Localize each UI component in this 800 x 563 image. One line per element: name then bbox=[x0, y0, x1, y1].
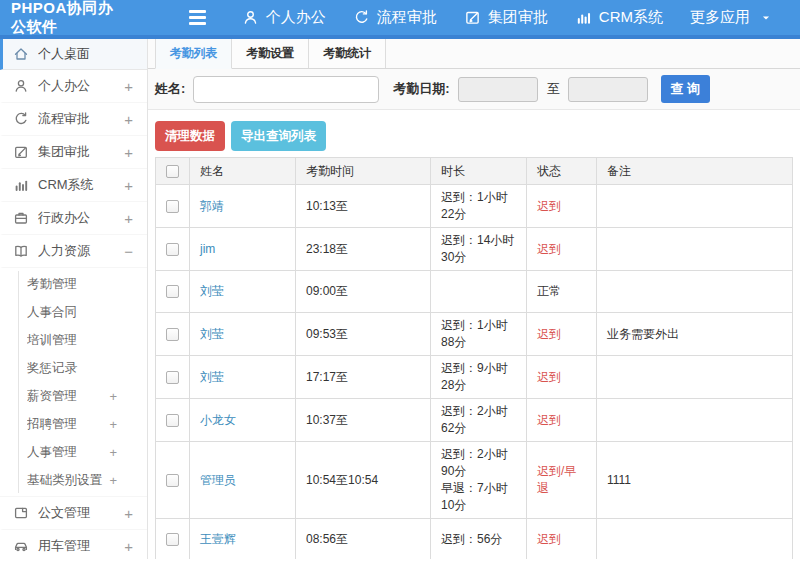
employee-name-link[interactable]: 刘莹 bbox=[200, 370, 224, 384]
sidebar-item-label: 人力资源 bbox=[38, 242, 120, 260]
sidebar-item-hr[interactable]: 人力资源− bbox=[0, 235, 147, 268]
topnav-item-more-apps[interactable]: 更多应用 bbox=[690, 8, 773, 27]
row-checkbox[interactable] bbox=[166, 285, 179, 298]
sidebar-subitem-training-mgmt[interactable]: 培训管理 bbox=[0, 326, 147, 354]
date-to-input[interactable] bbox=[568, 77, 648, 102]
row-checkbox[interactable] bbox=[166, 328, 179, 341]
sidebar-item-label: 用车管理 bbox=[38, 537, 120, 555]
caret-down-icon bbox=[759, 11, 773, 25]
row-checkbox-cell bbox=[156, 356, 190, 399]
employee-name-link[interactable]: 刘莹 bbox=[200, 327, 224, 341]
clear-data-button[interactable]: 清理数据 bbox=[155, 121, 225, 151]
cell-remark bbox=[597, 185, 793, 228]
sidebar-item-admin-office[interactable]: 行政办公+ bbox=[0, 202, 147, 235]
row-checkbox[interactable] bbox=[166, 533, 179, 546]
expand-icon[interactable]: + bbox=[124, 145, 133, 160]
cell-status: 迟到/早退 bbox=[527, 442, 597, 519]
sidebar-subitem-base-category[interactable]: 基础类别设置+ bbox=[0, 466, 147, 494]
expand-icon[interactable]: + bbox=[124, 211, 133, 226]
row-checkbox-cell bbox=[156, 442, 190, 519]
expand-icon[interactable]: + bbox=[124, 112, 133, 127]
topnav-item-crm[interactable]: CRM系统 bbox=[575, 8, 663, 27]
sidebar-item-vehicle-mgmt[interactable]: 用车管理+ bbox=[0, 530, 147, 559]
employee-name-link[interactable]: jim bbox=[200, 242, 215, 256]
collapse-icon[interactable]: − bbox=[124, 244, 133, 259]
user-icon bbox=[242, 9, 259, 26]
sidebar-subitem-hr-contract[interactable]: 人事合同 bbox=[0, 298, 147, 326]
cell-name: 郭靖 bbox=[190, 185, 296, 228]
employee-name-link[interactable]: 管理员 bbox=[200, 473, 236, 487]
expand-icon[interactable]: + bbox=[124, 178, 133, 193]
row-checkbox[interactable] bbox=[166, 200, 179, 213]
cell-attendance-time: 09:53至 bbox=[296, 313, 431, 356]
sidebar-item-personal-office[interactable]: 个人办公+ bbox=[0, 70, 147, 103]
search-button[interactable]: 查 询 bbox=[661, 75, 710, 103]
edit-square-icon bbox=[13, 144, 29, 160]
expand-icon[interactable]: + bbox=[109, 390, 117, 403]
sidebar-item-label: 集团审批 bbox=[38, 143, 120, 161]
expand-icon[interactable]: + bbox=[124, 506, 133, 521]
export-list-button[interactable]: 导出查询列表 bbox=[231, 121, 326, 151]
row-checkbox[interactable] bbox=[166, 371, 179, 384]
expand-icon[interactable]: + bbox=[109, 474, 117, 487]
topnav-item-label: 集团审批 bbox=[488, 8, 548, 27]
date-to-label: 至 bbox=[547, 80, 560, 98]
row-checkbox-cell bbox=[156, 271, 190, 313]
sidebar-subitem-recruit-mgmt[interactable]: 招聘管理+ bbox=[0, 410, 147, 438]
sidebar-item-label: 公文管理 bbox=[38, 504, 120, 522]
cell-duration: 迟到：14小时30分 bbox=[431, 228, 527, 271]
process-arrow-icon bbox=[13, 111, 29, 127]
row-checkbox[interactable] bbox=[166, 474, 179, 487]
table-row: 管理员10:54至10:54迟到：2小时90分早退：7小时10分迟到/早退111… bbox=[156, 442, 793, 519]
expand-icon[interactable]: + bbox=[124, 539, 133, 554]
top-navigation: 个人办公流程审批集团审批CRM系统更多应用 bbox=[242, 8, 800, 27]
attendance-table: 姓名考勤时间时长状态备注 郭靖10:13至迟到：1小时22分迟到jim23:18… bbox=[155, 157, 793, 559]
name-input[interactable] bbox=[193, 76, 379, 103]
status-badge: 迟到 bbox=[537, 413, 561, 427]
topnav-item-label: 更多应用 bbox=[690, 8, 750, 27]
expand-icon[interactable]: + bbox=[109, 418, 117, 431]
sidebar-item-workflow-approval[interactable]: 流程审批+ bbox=[0, 103, 147, 136]
employee-name-link[interactable]: 郭靖 bbox=[200, 199, 224, 213]
hamburger-icon[interactable] bbox=[189, 10, 206, 25]
cell-name: 刘莹 bbox=[190, 356, 296, 399]
sidebar-item-document-mgmt[interactable]: 公文管理+ bbox=[0, 497, 147, 530]
row-checkbox[interactable] bbox=[166, 414, 179, 427]
sidebar-subitem-salary-mgmt[interactable]: 薪资管理+ bbox=[0, 382, 147, 410]
topnav-item-label: 流程审批 bbox=[377, 8, 437, 27]
cell-attendance-time: 10:37至 bbox=[296, 399, 431, 442]
cell-remark bbox=[597, 228, 793, 271]
topnav-item-group-approval[interactable]: 集团审批 bbox=[464, 8, 548, 27]
table-header-row: 姓名考勤时间时长状态备注 bbox=[156, 158, 793, 185]
sidebar-item-label: 个人桌面 bbox=[38, 45, 133, 63]
employee-name-link[interactable]: 王壹辉 bbox=[200, 532, 236, 546]
sidebar-subitem-personnel-mgmt[interactable]: 人事管理+ bbox=[0, 438, 147, 466]
table-row: 小龙女10:37至迟到：2小时62分迟到 bbox=[156, 399, 793, 442]
row-checkbox[interactable] bbox=[166, 243, 179, 256]
tab-attendance-settings[interactable]: 考勤设置 bbox=[232, 39, 309, 68]
sidebar-item-crm[interactable]: CRM系统+ bbox=[0, 169, 147, 202]
column-header-0: 姓名 bbox=[190, 158, 296, 185]
topnav-item-personal-office[interactable]: 个人办公 bbox=[242, 8, 326, 27]
sidebar-subitem-reward-record[interactable]: 奖惩记录 bbox=[0, 354, 147, 382]
tab-attendance-stats[interactable]: 考勤统计 bbox=[309, 39, 386, 68]
cell-status: 迟到 bbox=[527, 356, 597, 399]
cell-attendance-time: 10:13至 bbox=[296, 185, 431, 228]
bar-chart-icon bbox=[575, 9, 592, 26]
duration-line: 迟到：56分 bbox=[441, 531, 516, 548]
date-from-input[interactable] bbox=[458, 77, 538, 102]
table-row: 郭靖10:13至迟到：1小时22分迟到 bbox=[156, 185, 793, 228]
topnav-item-workflow-approval[interactable]: 流程审批 bbox=[353, 8, 437, 27]
sidebar-subitem-attendance-mgmt[interactable]: 考勤管理 bbox=[0, 270, 147, 298]
employee-name-link[interactable]: 小龙女 bbox=[200, 413, 236, 427]
status-badge: 迟到/早退 bbox=[537, 464, 576, 495]
expand-icon[interactable]: + bbox=[109, 446, 117, 459]
employee-name-link[interactable]: 刘莹 bbox=[200, 284, 224, 298]
header-checkbox-cell bbox=[156, 158, 190, 185]
sidebar-item-desktop[interactable]: 个人桌面 bbox=[0, 39, 147, 70]
expand-icon[interactable]: + bbox=[124, 79, 133, 94]
cell-attendance-time: 23:18至 bbox=[296, 228, 431, 271]
select-all-checkbox[interactable] bbox=[166, 165, 179, 178]
tab-attendance-list[interactable]: 考勤列表 bbox=[155, 39, 232, 69]
sidebar-item-group-approval[interactable]: 集团审批+ bbox=[0, 136, 147, 169]
